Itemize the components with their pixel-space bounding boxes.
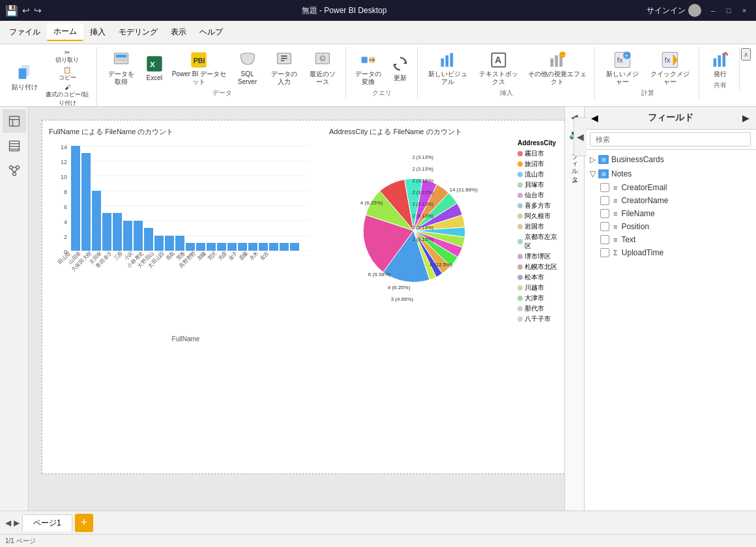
sql-icon xyxy=(237,49,258,70)
expand-icon: ▽ xyxy=(590,169,596,178)
svg-text:金吉: 金吉 xyxy=(259,250,270,262)
svg-text:6: 6 xyxy=(64,204,67,210)
menu-insert[interactable]: 挿入 xyxy=(83,24,112,40)
svg-rect-89 xyxy=(259,243,268,251)
undo-icon[interactable]: ↩ xyxy=(22,5,30,16)
svg-text:4 (6.25%): 4 (6.25%) xyxy=(360,200,383,206)
fields-search-input[interactable] xyxy=(590,132,751,147)
fields-search-box xyxy=(585,130,756,150)
creator-email-checkbox[interactable] xyxy=(600,183,609,192)
more-visuals-button[interactable]: ... その他の視覚エフェクト xyxy=(525,48,590,87)
new-visual-label: 新しいビジュアル xyxy=(426,70,470,86)
menu-modeling[interactable]: モデリング xyxy=(112,24,164,40)
field-text[interactable]: ≡ Text xyxy=(585,233,756,246)
sql-button[interactable]: SQL Server xyxy=(231,48,264,87)
menu-file[interactable]: ファイル xyxy=(3,24,47,40)
field-position[interactable]: ≡ Position xyxy=(585,220,756,233)
svg-rect-79 xyxy=(154,236,164,251)
ribbon-group-data: データを取得 X Excel PBI Power BI データセット xyxy=(98,47,346,99)
legend-item: 堺市堺区 xyxy=(517,252,564,261)
field-upload-time[interactable]: Σ UploadTime xyxy=(585,246,756,259)
filename-checkbox[interactable] xyxy=(600,209,609,218)
menu-home[interactable]: ホーム xyxy=(47,23,83,41)
fields-panel: ◀ フィールド ▶ ▷ ⊞ BusinessCards ▽ ⊞ Notes xyxy=(584,107,756,511)
signin-button[interactable]: サインイン xyxy=(647,4,701,17)
ribbon-group-calc: fx+ 新しいメジャー fx クイックメジャー 計算 xyxy=(596,47,699,99)
prev-page-button[interactable]: ◀ xyxy=(5,518,11,527)
data-view-button[interactable] xyxy=(3,134,26,158)
legend-item: 岩国市 xyxy=(517,222,564,231)
svg-text:PBI: PBI xyxy=(194,57,205,64)
quick-measure-button[interactable]: fx クイックメジャー xyxy=(645,48,695,87)
table-notes-header[interactable]: ▽ ⊞ Notes xyxy=(585,167,756,181)
redo-icon[interactable]: ↪ xyxy=(34,5,42,16)
format-copy-button[interactable]: 🖌 書式のコピー/貼り付け xyxy=(42,83,93,108)
svg-text:4 (6.25%): 4 (6.25%) xyxy=(388,285,411,290)
transform-data-button[interactable]: データの変換 xyxy=(351,48,386,87)
close-button[interactable]: × xyxy=(738,4,751,17)
publish-button[interactable]: 発行 xyxy=(707,48,733,79)
get-data-label: データを取得 xyxy=(105,70,138,86)
table-businesscards-header[interactable]: ▷ ⊞ BusinessCards xyxy=(585,152,756,167)
legend-item: 流山市 xyxy=(517,170,564,179)
position-checkbox[interactable] xyxy=(600,222,609,231)
ribbon-collapse-button[interactable]: ∧ xyxy=(741,48,751,61)
new-measure-button[interactable]: fx+ 新しいメジャー xyxy=(600,48,644,87)
save-icon[interactable]: 💾 xyxy=(5,5,18,17)
svg-rect-1 xyxy=(19,68,27,79)
upload-time-checkbox[interactable] xyxy=(600,248,609,257)
publish-icon xyxy=(710,49,731,70)
excel-button[interactable]: X Excel xyxy=(141,52,167,83)
minimize-button[interactable]: – xyxy=(706,4,720,17)
data-input-button[interactable]: データの入力 xyxy=(265,48,303,87)
panel-collapse-button[interactable]: ◀ xyxy=(574,117,587,156)
fields-panel-nav: ▶ xyxy=(742,113,749,123)
ribbon: 貼り付け ✂ 切り取り 📋 コピー 🖌 書式のコピー/貼り付け xyxy=(0,44,756,107)
cut-button[interactable]: ✂ 切り取り xyxy=(42,48,93,65)
pie-chart-svg: 14 (21.88%) 8 (12.5%) 6 (9.38%) 4 (6.25%… xyxy=(329,139,511,322)
refresh-button[interactable]: 更新 xyxy=(387,52,413,83)
recent-sources-button[interactable]: 最近のソース xyxy=(304,48,342,87)
paste-button[interactable]: 貼り付け xyxy=(9,61,40,95)
add-page-button[interactable]: + xyxy=(75,514,93,532)
svg-rect-18 xyxy=(370,57,375,63)
bar-chart[interactable]: FullName による FileName のカウント FileName のカウ… xyxy=(49,127,323,374)
get-data-button[interactable]: データを取得 xyxy=(102,48,140,87)
table-icon: ⊞ xyxy=(598,155,609,164)
pie-chart[interactable]: AddressCity による FileName のカウント xyxy=(329,127,564,374)
svg-text:2 (3.13%): 2 (3.13%) xyxy=(413,154,434,160)
page-tab-1[interactable]: ページ1 xyxy=(22,514,72,531)
data-input-icon xyxy=(274,49,295,70)
svg-rect-17 xyxy=(362,57,368,63)
menu-help[interactable]: ヘルプ xyxy=(193,24,229,40)
creator-name-checkbox[interactable] xyxy=(600,196,609,205)
text-box-button[interactable]: A テキストボックス xyxy=(474,48,523,87)
maximize-button[interactable]: □ xyxy=(722,4,735,17)
text-checkbox[interactable] xyxy=(600,235,609,244)
new-visual-button[interactable]: 新しいビジュアル xyxy=(423,48,472,87)
position-icon: ≡ xyxy=(613,223,617,231)
data-group-label: データ xyxy=(212,89,232,98)
report-canvas[interactable]: FullName による FileName のカウント FileName のカウ… xyxy=(42,120,571,474)
table-businesscards-label: BusinessCards xyxy=(611,155,664,164)
fields-panel-forward-button[interactable]: ▶ xyxy=(742,113,749,123)
next-page-button[interactable]: ▶ xyxy=(14,518,20,527)
calc-group-label: 計算 xyxy=(641,89,654,98)
insert-group-label: 挿入 xyxy=(500,89,513,98)
field-creator-name[interactable]: ≡ CreatorName xyxy=(585,194,756,207)
window-controls: – □ × xyxy=(706,4,751,17)
model-view-button[interactable] xyxy=(3,159,26,182)
svg-text:2 (3.13%): 2 (3.13%) xyxy=(413,236,434,242)
legend-header: AddressCity xyxy=(517,139,564,147)
copy-button[interactable]: 📋 コピー xyxy=(42,66,93,83)
powerbi-dataset-button[interactable]: PBI Power BI データセット xyxy=(169,48,229,87)
field-filename[interactable]: ≡ FileName xyxy=(585,207,756,220)
report-view-button[interactable] xyxy=(3,109,26,133)
menu-view[interactable]: 表示 xyxy=(164,24,193,40)
legend-item: 京都市左京区 xyxy=(517,232,564,251)
field-creator-email[interactable]: ≡ CreatorEmail xyxy=(585,181,756,194)
fields-panel-back-button[interactable]: ◀ xyxy=(591,113,598,123)
legend-item: 札幌市北区 xyxy=(517,262,564,272)
svg-rect-74 xyxy=(102,213,111,251)
svg-text:2 (3.13%): 2 (3.13%) xyxy=(413,201,434,207)
